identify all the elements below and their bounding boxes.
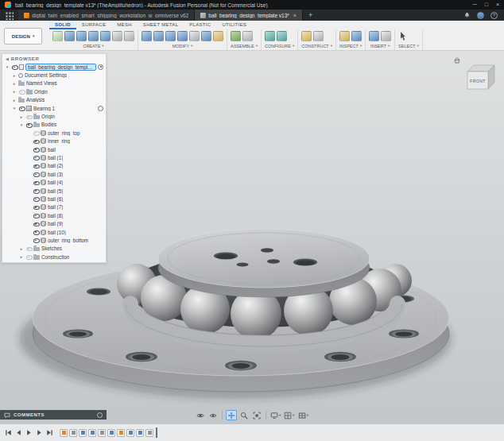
expander-icon[interactable]: ▸ (12, 98, 17, 103)
measure-icon[interactable] (339, 31, 350, 41)
visibility-eye-icon[interactable] (33, 204, 39, 211)
viewcube-home-icon[interactable] (455, 58, 460, 63)
ribbon-tab-sheet-metal[interactable]: SHEET METAL (138, 21, 184, 29)
ribbon-group-label[interactable]: INSPECT▾ (339, 43, 362, 49)
visibility-eye-icon[interactable] (25, 253, 32, 260)
loft-icon[interactable] (100, 31, 110, 41)
minimize-button[interactable]: ─ (473, 0, 477, 10)
visibility-eye-icon[interactable] (25, 114, 32, 120)
browser-item-label[interactable]: Analysis (26, 97, 45, 103)
browser-item[interactable]: ball (4) (2, 178, 106, 186)
offset-face-icon[interactable] (201, 31, 211, 41)
joint-icon[interactable] (242, 31, 253, 41)
browser-item[interactable]: ball (5) (2, 187, 106, 195)
user-avatar[interactable] (477, 12, 484, 19)
visibility-eye-icon[interactable] (33, 180, 39, 186)
visibility-eye-icon[interactable] (11, 64, 17, 70)
browser-item-label[interactable]: ball (7) (48, 204, 63, 210)
viewports-icon[interactable]: ▾ (297, 410, 309, 420)
browser-item-label[interactable]: ball (9) (48, 221, 63, 226)
expander-icon[interactable]: ▾ (5, 64, 10, 69)
ribbon-group-label[interactable]: SELECT▾ (398, 43, 419, 49)
viewcube-cube[interactable]: FRONT (467, 65, 494, 89)
component-feature-icon[interactable] (69, 429, 77, 437)
browser-item[interactable]: ▾Bearing 1 (2, 104, 106, 112)
expander-icon[interactable]: ▸ (12, 81, 17, 86)
visibility-eye-icon[interactable] (33, 237, 39, 243)
configuration-table-icon[interactable] (277, 31, 287, 41)
tab-close-icon[interactable]: × (293, 13, 297, 18)
browser-item[interactable]: inner_ring (2, 137, 106, 145)
ribbon-group-label[interactable]: ASSEMBLE▾ (231, 43, 258, 49)
orbit-icon[interactable] (195, 410, 206, 420)
revolve-icon[interactable] (76, 31, 87, 41)
expander-icon[interactable]: ▸ (19, 246, 24, 251)
extrude-feature-icon[interactable] (126, 429, 134, 437)
browser-item[interactable]: ▸Document Settings (2, 71, 106, 79)
expander-icon[interactable]: ▸ (19, 114, 24, 119)
visibility-eye-icon[interactable] (33, 130, 39, 136)
change-parameters-icon[interactable] (213, 31, 223, 41)
visibility-eye-icon[interactable] (18, 105, 25, 111)
browser-item-label[interactable]: ball (48, 147, 56, 153)
ribbon-tab-plastic[interactable]: PLASTIC (184, 21, 216, 29)
select-cursor-icon[interactable] (398, 31, 409, 41)
maximize-button[interactable]: □ (485, 0, 488, 10)
browser-item-label[interactable]: Construction (41, 254, 69, 260)
document-tab[interactable]: digital_twin_enabled_smart_shipping_work… (18, 10, 195, 21)
go-to-start-icon[interactable] (3, 428, 13, 438)
browser-item[interactable]: ball (1) (2, 153, 106, 161)
browser-item[interactable]: outer_ring_top (2, 129, 106, 137)
zoom-icon[interactable] (238, 410, 250, 420)
browser-item-label[interactable]: Document Settings (25, 72, 67, 78)
visibility-eye-icon[interactable] (33, 188, 39, 194)
expander-icon[interactable]: ▸ (12, 73, 17, 78)
visibility-eye-icon[interactable] (33, 171, 39, 177)
browser-item-label[interactable]: ball (3) (48, 172, 63, 177)
browser-item[interactable]: ball (10) (2, 228, 106, 236)
extrude-feature-icon[interactable] (136, 429, 144, 437)
extrude-feature-icon[interactable] (79, 429, 87, 437)
play-icon[interactable] (24, 428, 33, 438)
shell-icon[interactable] (177, 31, 188, 41)
browser-item[interactable]: ball (6) (2, 195, 106, 203)
visibility-eye-icon[interactable] (33, 154, 39, 161)
ribbon-group-label[interactable]: CONFIGURE▾ (265, 43, 294, 49)
workspace-selector[interactable]: DESIGN ▾ (4, 28, 42, 44)
visibility-eye-icon[interactable] (33, 146, 39, 153)
browser-item[interactable]: ▸Origin (2, 87, 106, 95)
browser-item[interactable]: ball (3) (2, 170, 106, 178)
sketch-feature-icon[interactable] (60, 429, 68, 437)
browser-item[interactable]: ball (8) (2, 211, 106, 219)
expander-icon[interactable]: ▾ (12, 106, 17, 110)
browser-item-label[interactable]: Bodies (41, 122, 56, 127)
browser-item-label[interactable]: ball (2) (48, 163, 63, 168)
browser-item[interactable]: outer_ring_bottom (2, 236, 106, 244)
ribbon-group-label[interactable]: MODIFY▾ (142, 43, 223, 49)
browser-item[interactable]: ▾Bodies (2, 121, 106, 129)
viewcube[interactable]: FRONT (453, 56, 499, 97)
data-panel-toggle-icon[interactable] (5, 11, 14, 20)
browser-item[interactable]: ball (7) (2, 203, 106, 211)
step-forward-icon[interactable] (34, 428, 44, 438)
activate-component-radio[interactable] (98, 106, 103, 111)
ribbon-tab-solid[interactable]: SOLID (49, 21, 76, 29)
browser-item-label[interactable]: outer_ring_bottom (48, 238, 88, 243)
browser-item[interactable]: ball (9) (2, 219, 106, 227)
browser-item-label[interactable]: ball (10) (48, 230, 66, 235)
visibility-eye-icon[interactable] (33, 138, 39, 145)
browser-item[interactable]: ▸Construction (2, 253, 106, 261)
look-at-icon[interactable] (207, 410, 219, 420)
browser-item-label[interactable]: Origin (34, 89, 48, 95)
browser-item[interactable]: ▸Origin (2, 112, 106, 120)
browser-item-label[interactable]: ball (1) (48, 155, 63, 161)
extrude-icon[interactable] (64, 31, 75, 41)
browser-item[interactable]: ball (2) (2, 162, 106, 170)
browser-item-label[interactable]: ball (6) (48, 196, 63, 202)
fit-icon[interactable] (251, 410, 262, 420)
visibility-eye-icon[interactable] (25, 246, 32, 252)
visibility-eye-icon[interactable] (33, 229, 39, 235)
pan-icon[interactable] (226, 410, 237, 420)
body-inner-ring[interactable] (158, 229, 370, 297)
document-tab[interactable]: ball_bearing_design_template v13*× (195, 10, 303, 21)
